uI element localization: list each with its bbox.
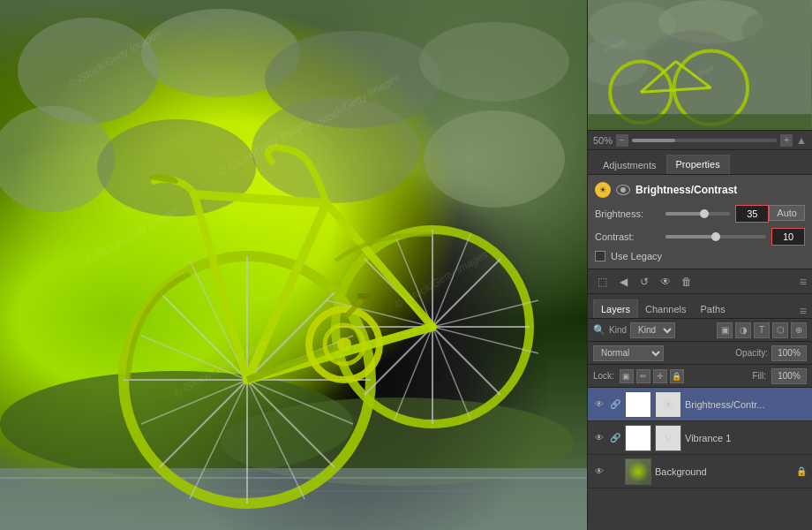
svg-point-3 (419, 22, 569, 102)
contrast-row: Contrast: 10 (595, 228, 805, 246)
brightness-value[interactable]: 35 (735, 205, 769, 223)
fill-label: Fill: (752, 371, 766, 381)
svg-rect-59 (588, 114, 811, 130)
properties-tabs: Adjustments Properties (588, 150, 812, 175)
brightness-thumb[interactable] (700, 209, 709, 218)
brightness-row: Brightness: 35 (595, 205, 769, 223)
right-panel: © iStock © iStock 50% − + ▲ Adjustments … (587, 0, 812, 530)
filter-adjustment-icon[interactable]: ◑ (735, 322, 751, 338)
background-lock-icon: 🔒 (796, 466, 807, 476)
previous-state-icon[interactable]: ◀ (614, 273, 632, 291)
fill-value[interactable]: 100% (771, 368, 807, 384)
layer-name-background: Background (655, 466, 793, 477)
lock-move-icon[interactable]: ✛ (653, 369, 667, 383)
tab-properties[interactable]: Properties (666, 155, 730, 174)
layer-name-brightness: Brightness/Contr... (685, 399, 807, 410)
layer-link-brightness: 🔗 (609, 398, 621, 411)
zoom-out-button[interactable]: − (616, 134, 628, 147)
brightness-fill (665, 212, 704, 216)
layer-name-vibrance: Vibrance 1 (685, 433, 807, 443)
filter-kind-select[interactable]: Kind (630, 322, 675, 338)
tab-layers[interactable]: Layers (593, 299, 638, 318)
use-legacy-label: Use Legacy (611, 251, 662, 261)
lock-label: Lock: (593, 371, 614, 381)
zoom-slider-track[interactable] (632, 139, 777, 142)
brightness-slider[interactable] (665, 212, 730, 216)
blend-opacity-row: Normal Opacity: 100% (588, 342, 812, 365)
brightness-label: Brightness: (595, 208, 665, 219)
filter-icons-group: ▣ ◑ T ⬡ ⊕ (717, 322, 807, 338)
clip-to-layer-icon[interactable]: ⬚ (593, 273, 611, 291)
zoom-in-button[interactable]: + (780, 134, 793, 147)
filter-search-icon: 🔍 (593, 324, 605, 336)
properties-title: Brightness/Contrast (635, 184, 805, 196)
contrast-thumb[interactable] (711, 232, 720, 241)
lock-transparency-icon[interactable]: ▣ (620, 369, 634, 383)
layers-panel: Layers Channels Paths ≡ 🔍 Kind Kind ▣ ◑ … (588, 294, 812, 530)
layer-row[interactable]: 👁 🔗 V Vibrance 1 (588, 421, 812, 455)
layer-eye-vibrance[interactable]: 👁 (593, 432, 605, 444)
layer-eye-background[interactable]: 👁 (593, 466, 605, 478)
eye-pupil (620, 187, 626, 193)
brightness-icon: ☀ (595, 182, 611, 198)
layer-link-vibrance: 🔗 (609, 432, 621, 444)
auto-button[interactable]: Auto (769, 205, 805, 221)
layers-filter-row: 🔍 Kind Kind ▣ ◑ T ⬡ ⊕ (588, 319, 812, 342)
filter-pixel-icon[interactable]: ▣ (717, 322, 733, 338)
contrast-track (665, 235, 766, 238)
tab-paths[interactable]: Paths (694, 300, 733, 318)
brightness-track (665, 212, 730, 216)
tab-adjustments[interactable]: Adjustments (593, 155, 666, 174)
svg-text:© iStock/Getty Images: © iStock/Getty Images (393, 248, 491, 312)
layers-panel-menu[interactable]: ≡ (800, 304, 807, 318)
layer-row[interactable]: 👁 Background 🔒 (588, 455, 812, 488)
layer-link-background (609, 466, 621, 478)
layer-visibility-eye[interactable] (616, 185, 630, 195)
filter-smart-icon[interactable]: ⊕ (791, 322, 807, 338)
layer-row[interactable]: 👁 🔗 ☀ Brightness/Contr... (588, 388, 812, 421)
panel-menu-icon[interactable]: ≡ (800, 275, 807, 289)
contrast-value[interactable]: 10 (771, 228, 805, 246)
layer-mask-brightness: ☀ (655, 391, 681, 418)
delete-adjustment-icon[interactable]: 🗑 (678, 273, 695, 291)
layer-eye-brightness[interactable]: 👁 (593, 398, 605, 411)
filter-type-icon[interactable]: T (754, 322, 770, 338)
thumbnail-image: © iStock © iStock (588, 0, 812, 130)
bicycle-svg: © iStock/Getty Images © iStock/Getty Ima… (0, 0, 587, 530)
svg-rect-41 (357, 293, 375, 299)
layers-list: 👁 🔗 ☀ Brightness/Contr... 👁 🔗 V Vibrance… (588, 388, 812, 530)
lock-fill-row: Lock: ▣ ✏ ✛ 🔒 Fill: 100% (588, 365, 812, 388)
properties-title-row: ☀ Brightness/Contrast (595, 182, 805, 198)
lock-paint-icon[interactable]: ✏ (636, 369, 650, 383)
adjustment-toolbar: ⬚ ◀ ↺ 👁 🗑 ≡ (588, 269, 812, 294)
contrast-label: Contrast: (595, 231, 665, 242)
layers-tabs: Layers Channels Paths ≡ (588, 294, 812, 319)
zoom-bar: 50% − + ▲ (588, 131, 812, 150)
zoom-level: 50% (593, 135, 613, 146)
tab-channels[interactable]: Channels (638, 300, 693, 318)
contrast-fill (665, 235, 716, 238)
layer-thumb-vibrance (625, 425, 651, 451)
svg-text:© iStock/Getty Images: © iStock/Getty Images (84, 204, 182, 268)
lock-icons-group: ▣ ✏ ✛ 🔒 (620, 369, 684, 383)
use-legacy-checkbox[interactable] (595, 251, 605, 261)
filter-shape-icon[interactable]: ⬡ (772, 322, 788, 338)
blend-mode-select[interactable]: Normal (593, 345, 664, 361)
toggle-visibility-icon[interactable]: 👁 (657, 273, 674, 291)
layer-thumb-brightness (625, 391, 651, 418)
panel-collapse-icon[interactable]: ▲ (796, 134, 807, 147)
svg-point-39 (337, 337, 351, 352)
use-legacy-row: Use Legacy (595, 251, 805, 261)
reset-icon[interactable]: ↺ (635, 273, 653, 291)
properties-panel: ☀ Brightness/Contrast Auto Brightness: 3… (588, 175, 812, 269)
lock-all-icon[interactable]: 🔒 (670, 369, 684, 383)
thumbnail-area: © iStock © iStock (588, 0, 812, 131)
zoom-slider-fill (632, 139, 675, 142)
layer-mask-vibrance: V (655, 425, 681, 451)
filter-kind-label: Kind (609, 325, 627, 335)
contrast-slider[interactable] (665, 235, 766, 238)
opacity-value[interactable]: 100% (771, 345, 807, 361)
canvas-area: © iStock/Getty Images © iStock/Getty Ima… (0, 0, 587, 530)
svg-point-7 (424, 110, 565, 208)
opacity-label: Opacity: (735, 348, 768, 358)
